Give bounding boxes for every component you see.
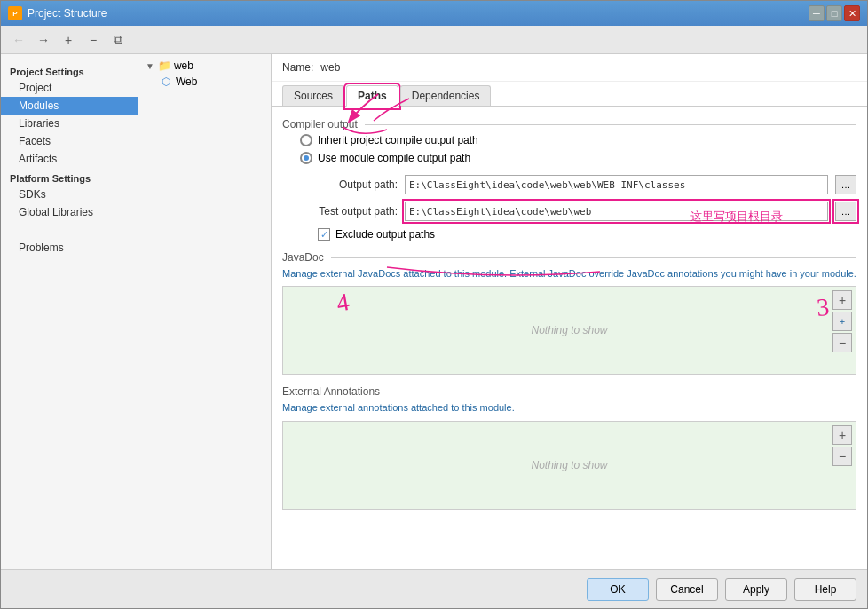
exclude-checkbox[interactable]: ✓ xyxy=(318,228,330,241)
external-annotations-header: External Annotations xyxy=(282,385,856,398)
tree-item-web-module[interactable]: ⬡ Web xyxy=(142,74,267,90)
radio-inherit-circle xyxy=(300,134,312,146)
sidebar-item-modules[interactable]: Modules xyxy=(1,97,138,115)
output-path-label: Output path: xyxy=(300,178,398,191)
sidebar: Project Settings Project Modules Librari… xyxy=(1,54,138,569)
javadoc-empty-text: Nothing to show xyxy=(531,324,607,336)
external-annotations-description: Manage external annotations attached to … xyxy=(282,401,856,415)
external-annotations-empty-text: Nothing to show xyxy=(531,459,607,471)
tree-item-label: web xyxy=(174,59,193,72)
javadoc-description: Manage external JavaDocs attached to thi… xyxy=(282,267,856,281)
radio-use-module-label: Use module compile output path xyxy=(318,152,470,164)
external-annotations-buttons: + − xyxy=(832,425,852,466)
title-bar: P Project Structure ─ □ ✕ xyxy=(1,1,867,26)
minimize-button[interactable]: ─ xyxy=(809,5,825,21)
name-label: Name: xyxy=(282,61,313,74)
close-button[interactable]: ✕ xyxy=(844,5,860,21)
output-path-browse-button[interactable]: … xyxy=(835,175,856,194)
ext-annotations-add-button[interactable]: + xyxy=(832,425,852,445)
tree-item-web-root[interactable]: ▼ 📁 web xyxy=(142,58,267,74)
remove-button[interactable]: − xyxy=(83,29,104,51)
javadoc-label: JavaDoc xyxy=(282,251,324,264)
tabs-row: Sources Paths Dependencies xyxy=(272,82,867,107)
content-panel: Name: web Sources Paths Dependencies Com… xyxy=(272,54,867,569)
javadoc-add-from-button[interactable]: + xyxy=(832,312,852,331)
test-output-path-input[interactable] xyxy=(405,202,828,221)
javadoc-buttons: + + − xyxy=(832,290,852,352)
sidebar-item-artifacts[interactable]: Artifacts xyxy=(1,150,138,168)
radio-inherit[interactable]: Inherit project compile output path xyxy=(300,134,856,146)
folder-icon: 📁 xyxy=(158,59,170,72)
window-title: Project Structure xyxy=(28,7,107,20)
apply-button[interactable]: Apply xyxy=(725,578,787,601)
sidebar-item-libraries[interactable]: Libraries xyxy=(1,115,138,132)
ext-annotations-remove-button[interactable]: − xyxy=(832,447,852,466)
output-path-input[interactable] xyxy=(405,175,828,194)
main-content: Project Settings Project Modules Librari… xyxy=(1,54,867,569)
module-icon: ⬡ xyxy=(160,75,172,88)
ok-button[interactable]: OK xyxy=(587,578,649,601)
radio-use-module[interactable]: Use module compile output path xyxy=(300,152,856,164)
forward-button[interactable]: → xyxy=(33,29,54,51)
project-structure-window: P Project Structure ─ □ ✕ ← → + − ⧉ Proj… xyxy=(0,0,868,609)
tree-expand-icon: ▼ xyxy=(146,61,154,71)
javadoc-add-button[interactable]: + xyxy=(832,290,852,310)
content-area: Name: web Sources Paths Dependencies Com… xyxy=(272,54,867,569)
module-tree: ▼ 📁 web ⬡ Web xyxy=(138,54,272,569)
external-annotations-list: Nothing to show + − xyxy=(282,421,856,510)
exclude-row: ✓ Exclude output paths xyxy=(318,228,856,241)
javadoc-section: JavaDoc Manage external JavaDocs attache… xyxy=(282,251,856,375)
tab-dependencies[interactable]: Dependencies xyxy=(400,85,492,106)
output-path-row: Output path: … xyxy=(300,175,856,194)
sidebar-item-sdks[interactable]: SDKs xyxy=(1,186,138,203)
test-output-path-row: Test output path: … xyxy=(300,202,856,221)
test-output-path-browse-button[interactable]: … xyxy=(835,202,856,221)
add-button[interactable]: + xyxy=(58,29,79,51)
platform-settings-label: Platform Settings xyxy=(1,168,138,186)
name-row: Name: web xyxy=(272,54,867,82)
exclude-label: Exclude output paths xyxy=(335,228,435,241)
radio-inherit-label: Inherit project compile output path xyxy=(318,134,478,146)
back-button[interactable]: ← xyxy=(8,29,29,51)
javadoc-list: Nothing to show + + − xyxy=(282,286,856,375)
panel-content: Compiler output Inherit project compile … xyxy=(272,107,867,569)
tab-paths[interactable]: Paths xyxy=(346,85,398,107)
sidebar-item-global-libraries[interactable]: Global Libraries xyxy=(1,203,138,221)
compiler-output-label: Compiler output xyxy=(282,118,358,130)
cancel-button[interactable]: Cancel xyxy=(656,578,718,601)
external-annotations-label: External Annotations xyxy=(282,385,380,398)
javadoc-remove-button[interactable]: − xyxy=(832,333,852,352)
sidebar-item-problems[interactable]: Problems xyxy=(1,239,138,257)
svg-text:P: P xyxy=(12,10,18,18)
name-value: web xyxy=(320,61,340,74)
radio-use-module-circle xyxy=(300,152,312,164)
title-bar-left: P Project Structure xyxy=(8,6,107,20)
project-settings-label: Project Settings xyxy=(1,61,138,79)
footer: OK Cancel Apply Help xyxy=(1,569,867,608)
sidebar-item-facets[interactable]: Facets xyxy=(1,132,138,150)
maximize-button[interactable]: □ xyxy=(826,5,842,21)
compiler-output-section: Compiler output xyxy=(282,118,856,130)
help-button[interactable]: Help xyxy=(794,578,856,601)
external-annotations-section: External Annotations Manage external ann… xyxy=(282,385,856,509)
app-icon: P xyxy=(8,6,22,20)
copy-button[interactable]: ⧉ xyxy=(107,29,129,51)
toolbar: ← → + − ⧉ xyxy=(1,26,867,54)
javadoc-header: JavaDoc xyxy=(282,251,856,264)
tab-sources[interactable]: Sources xyxy=(282,85,344,106)
sidebar-item-project[interactable]: Project xyxy=(1,79,138,97)
test-output-path-label: Test output path: xyxy=(300,205,398,218)
window-controls: ─ □ ✕ xyxy=(809,5,860,21)
tree-item-label: Web xyxy=(176,75,197,88)
radio-group: Inherit project compile output path Use … xyxy=(300,134,856,164)
